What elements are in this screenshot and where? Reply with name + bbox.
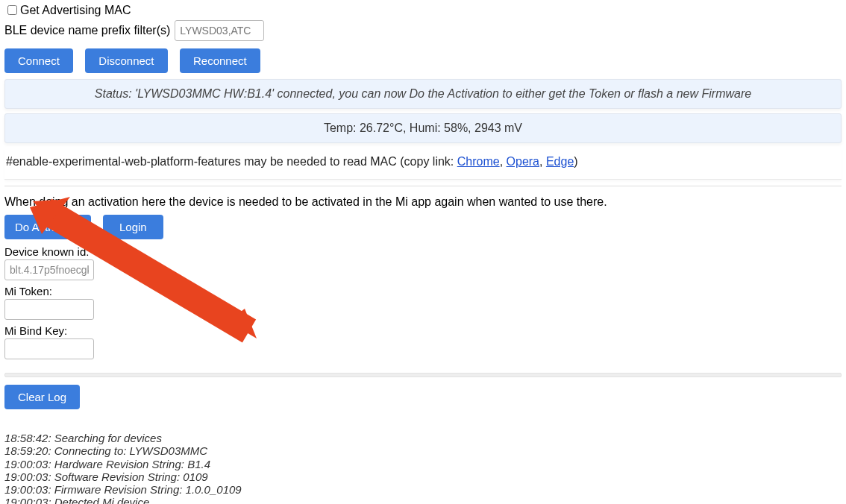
divider — [4, 186, 842, 186]
login-button[interactable]: Login — [103, 215, 163, 239]
status-message: Status: 'LYWSD03MMC HW:B1.4' connected, … — [95, 87, 751, 100]
mac-note-suffix: ) — [574, 155, 577, 168]
log-entry: 19:00:03: Hardware Revision String: B1.4 — [4, 458, 842, 470]
status-panel: Status: 'LYWSD03MMC HW:B1.4' connected, … — [4, 79, 842, 109]
mac-note-prefix: #enable-experimental-web-platform-featur… — [6, 155, 457, 168]
disconnect-button[interactable]: Disconnect — [85, 48, 167, 73]
log-entry: 18:59:20: Connecting to: LYWSD03MMC — [4, 444, 842, 457]
mi-token-input[interactable] — [4, 299, 94, 320]
mi-token-label: Mi Token: — [4, 285, 842, 297]
mac-info-panel: #enable-experimental-web-platform-featur… — [4, 148, 842, 180]
filter-input[interactable] — [175, 20, 264, 41]
filter-label: BLE device name prefix filter(s) — [4, 24, 170, 37]
mi-bind-key-label: Mi Bind Key: — [4, 324, 842, 337]
clear-log-button[interactable]: Clear Log — [4, 385, 80, 409]
device-id-input[interactable] — [4, 259, 94, 280]
readings-panel: Temp: 26.72°C, Humi: 58%, 2943 mV — [4, 113, 842, 143]
connect-button[interactable]: Connect — [4, 48, 73, 73]
link-chrome[interactable]: Chrome — [457, 155, 500, 168]
readings-text: Temp: 26.72°C, Humi: 58%, 2943 mV — [324, 122, 522, 134]
activation-note: When doing an activation here the device… — [4, 195, 842, 209]
log-entry: 19:00:03: Detected Mi device — [4, 496, 842, 504]
log-entry: 19:00:03: Firmware Revision String: 1.0.… — [4, 483, 842, 496]
divider — [4, 373, 842, 377]
device-id-label: Device known id: — [4, 245, 842, 258]
get-advertising-mac-label: Get Advertising MAC — [20, 4, 131, 17]
mi-bind-key-input[interactable] — [4, 338, 94, 359]
link-opera[interactable]: Opera — [507, 155, 539, 168]
do-activation-button[interactable]: Do Activation — [4, 215, 91, 239]
log-area: 18:58:42: Searching for devices18:59:20:… — [4, 432, 842, 504]
log-entry: 18:58:42: Searching for devices — [4, 432, 842, 444]
reconnect-button[interactable]: Reconnect — [180, 48, 260, 73]
link-edge[interactable]: Edge — [546, 155, 574, 168]
log-entry: 19:00:03: Software Revision String: 0109 — [4, 470, 842, 483]
get-advertising-mac-checkbox[interactable] — [7, 5, 17, 15]
